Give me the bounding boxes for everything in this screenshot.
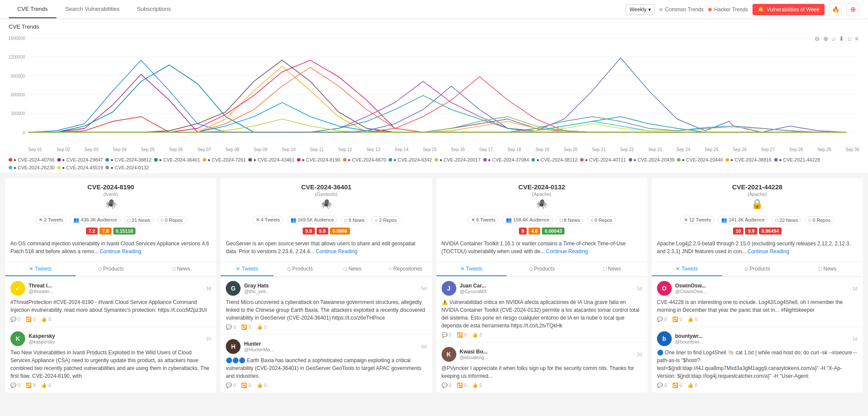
continue-reading-link[interactable]: Continue Reading (316, 248, 357, 254)
legend-item-CVE-2024-43461[interactable]: ● CVE-2024-43461 (248, 157, 294, 162)
like-action[interactable]: 👍 0 (472, 383, 482, 388)
legend-item-CVE-2021-44228[interactable]: ● CVE-2021-44228 (774, 157, 820, 162)
common-trends-toggle[interactable]: Common Trends (659, 7, 704, 13)
continue-reading-link[interactable]: Continue Reading (748, 248, 789, 254)
legend-item-CVE-2024-45519[interactable]: ● CVE-2024-45519 (57, 165, 103, 170)
tab-cve-trends[interactable]: CVE Trends (9, 0, 56, 18)
reply-action[interactable]: 💬 0 (657, 317, 667, 322)
stat-repos[interactable]: ○ 0 Repos (157, 216, 186, 224)
legend-item-CVE-2024-20440[interactable]: ● CVE-2024-20440 (677, 157, 723, 162)
reply-action[interactable]: 💬 0 (442, 383, 452, 388)
card-tab-tweets[interactable]: ✕ Tweets (652, 262, 722, 276)
like-action[interactable]: 👍 0 (472, 332, 482, 338)
stat-tweets[interactable]: ✕ 12 Tweets (680, 216, 714, 224)
home-icon[interactable]: ⌂ (847, 34, 852, 43)
reply-action[interactable]: 💬 0 (10, 317, 20, 322)
download-icon[interactable]: ⬇ (838, 34, 845, 43)
card-tab-products[interactable]: ◇ Products (76, 262, 146, 276)
reply-action[interactable]: 💬 0 (226, 383, 236, 388)
score-badge: 9.9 (745, 228, 757, 234)
retweet-action[interactable]: 🔁 0 (241, 383, 251, 388)
x-label-sep02: Sep 02 (56, 147, 70, 152)
like-action[interactable]: 👍 0 (687, 383, 697, 388)
legend-item-CVE-2024-36401[interactable]: ● CVE-2024-36401 (154, 157, 200, 162)
legend-item-CVE-2024-38112[interactable]: ● CVE-2024-38112 (531, 157, 578, 162)
legend-item-CVE-2024-37084[interactable]: ● CVE-2024-37084 (483, 157, 529, 162)
legend-item-CVE-2024-8190[interactable]: ● CVE-2024-8190 (297, 157, 340, 162)
stat-repos[interactable]: ○ 2 Repos (371, 216, 400, 224)
stat-news[interactable]: □ 22 News (772, 216, 802, 224)
score-badge: 9.8 (303, 228, 314, 234)
x-label-sep16: Sep 16 (451, 147, 465, 152)
stat-tweets[interactable]: ✕ 6 Tweets (468, 216, 499, 224)
reply-action[interactable]: 💬 0 (657, 383, 667, 388)
stat-news[interactable]: □ 9 News (341, 216, 368, 224)
tweet-user-info: Juan Car... @CycuraMX (460, 283, 631, 294)
legend-item-CVE-2024-38812[interactable]: ● CVE-2024-38812 (106, 157, 152, 162)
menu-icon[interactable]: ≡ (854, 34, 859, 43)
fire-icon-button[interactable]: 🔥 (829, 3, 842, 16)
legend-label: ● CVE-2024-6670 (348, 157, 386, 162)
legend-item-CVE-2024-6342[interactable]: ● CVE-2024-6342 (389, 157, 432, 162)
card-description: GeoServer is an open source server that … (221, 236, 432, 262)
stat-tweets[interactable]: ✕ 2 Tweets (35, 216, 66, 224)
retweet-action[interactable]: 🔁 0 (672, 383, 682, 388)
reply-action[interactable]: 💬 0 (442, 332, 452, 338)
like-action[interactable]: 👍 1 (257, 324, 267, 330)
retweet-action[interactable]: 🔁 0 (457, 383, 467, 388)
legend-item-CVE-2024-20439[interactable]: ● CVE-2024-20439 (629, 157, 675, 162)
like-action[interactable]: 👍 0 (41, 317, 51, 322)
tweet-item: G Gray Hats @the_yell... · 5d Trend Micr… (221, 277, 432, 335)
tab-subscriptions[interactable]: Subscriptions (128, 0, 179, 18)
stat-repos[interactable]: ○ 0 Repos (587, 216, 616, 224)
like-action[interactable]: 👍 0 (41, 383, 51, 388)
stat-tweets[interactable]: ✕ 4 Tweets (252, 216, 284, 224)
add-icon-button[interactable]: ⊕ (846, 3, 859, 16)
like-action[interactable]: 👍 0 (257, 383, 267, 388)
legend-item-CVE-2024-40766[interactable]: ● CVE-2024-40766 (9, 157, 55, 162)
tweet-time: · 1d (634, 286, 642, 291)
card-tab-tweets[interactable]: ✕ Tweets (221, 262, 274, 276)
legend-item-CVE-2024-0132[interactable]: ● CVE-2024-0132 (106, 165, 149, 170)
zoom-out-icon[interactable]: ⊕ (822, 34, 829, 43)
legend-item-CVE-2024-20017[interactable]: ● CVE-2024-20017 (435, 157, 481, 162)
retweet-action[interactable]: 🔁 0 (26, 317, 36, 322)
card-tab-products[interactable]: ◇ Products (274, 262, 327, 276)
stat-repos[interactable]: ○ 0 Repos (805, 216, 834, 224)
card-tab-tweets[interactable]: ✕ Tweets (5, 262, 76, 276)
continue-reading-link[interactable]: Continue Reading (546, 248, 587, 254)
continue-reading-link[interactable]: Continue Reading (99, 248, 141, 254)
card-tab-repositories[interactable]: ○ Repositories (379, 262, 432, 276)
retweet-action[interactable]: 🔁 0 (26, 383, 36, 388)
hacker-trends-toggle[interactable]: Hacker Trends (708, 7, 748, 13)
tweet-header: J Juan Car... @CycuraMX · 1d (442, 281, 642, 296)
card-tab-products[interactable]: ◇ Products (722, 262, 792, 276)
retweet-action[interactable]: 🔁 0 (672, 317, 682, 322)
like-action[interactable]: 👍 0 (687, 317, 697, 322)
reply-action[interactable]: 💬 0 (10, 383, 20, 388)
card-tab-tweets[interactable]: ✕ Tweets (436, 262, 507, 276)
retweet-action[interactable]: 🔁 0 (457, 332, 467, 338)
retweet-action[interactable]: 🔁 0 (241, 324, 251, 330)
legend-item-CVE-2024-38816[interactable]: ● CVE-2024-38816 (726, 157, 772, 162)
card-tab-news[interactable]: □ News (146, 262, 216, 276)
tweet-list: ✓ Threat I... @threatin... · 3d #ThreatP… (5, 277, 216, 393)
stat-news[interactable]: □ 21 News (124, 216, 154, 224)
stat-news[interactable]: □ 8 News (556, 216, 583, 224)
legend-item-CVE-2024-40711[interactable]: ● CVE-2024-40711 (580, 157, 626, 162)
card-tab-news[interactable]: □ News (326, 262, 379, 276)
zoom-select-icon[interactable]: ⌕ (831, 34, 836, 43)
legend-item-CVE-2024-7261[interactable]: ● CVE-2024-7261 (203, 157, 246, 162)
x-label-sep17: Sep 17 (479, 147, 493, 152)
zoom-reset-icon[interactable]: ⊖ (814, 34, 821, 43)
card-tab-news[interactable]: □ News (792, 262, 863, 276)
legend-item-CVE-2024-6670[interactable]: ● CVE-2024-6670 (343, 157, 386, 162)
card-tab-products[interactable]: ◇ Products (507, 262, 577, 276)
card-tab-news[interactable]: □ News (577, 262, 647, 276)
frequency-select[interactable]: Weekly ▾ (626, 4, 655, 15)
legend-item-CVE-2024-26230[interactable]: ● CVE-2024-26230 (9, 165, 55, 170)
reply-action[interactable]: 💬 0 (226, 324, 236, 330)
legend-item-CVE-2024-29847[interactable]: ● CVE-2024-29847 (57, 157, 103, 162)
tab-search-vulnerabilities[interactable]: Search Vulnerabilities (56, 0, 128, 18)
vulnerabilities-of-week-button[interactable]: 🔔 Vulnerabilities of Week (752, 4, 825, 15)
